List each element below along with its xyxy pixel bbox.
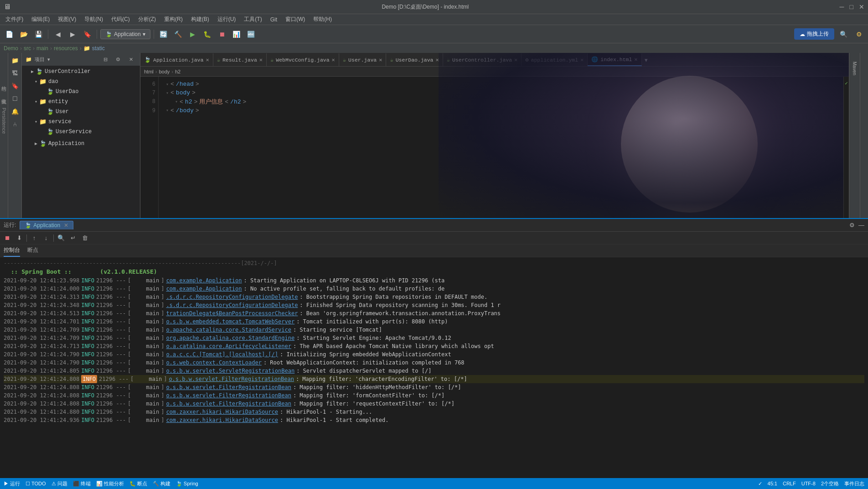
sync-button[interactable]: 🔄 [157,28,170,41]
menu-view[interactable]: 视图(V) [54,15,80,24]
debug-status[interactable]: 🐛 断点 [129,480,147,487]
tab-close-button[interactable]: ✕ [206,57,209,63]
back-button[interactable]: ◀ [52,28,64,41]
stop-button[interactable]: ⏹ [216,28,228,41]
project-view-button[interactable]: 📁 [10,55,21,66]
tree-item-entity[interactable]: ▾ 📁 entity [22,97,140,107]
tab-index-html[interactable]: 🌐 index.html ✕ [588,53,641,66]
tree-item-dao[interactable]: ▾ 📁 dao [22,77,140,87]
menu-analyze[interactable]: 分析(Z) [134,15,160,24]
fold-button[interactable]: ▾ [175,99,178,106]
fold-button[interactable]: ▾ [166,90,169,97]
tab-close-button[interactable]: ✕ [634,56,637,63]
maven-button[interactable]: Maven [851,55,859,82]
menu-build[interactable]: 构建(B) [187,15,213,24]
tree-item-user-controller[interactable]: ▶ 🍃 UserController [22,67,140,77]
editor-breadcrumb-body[interactable]: body [159,69,170,74]
todo-status[interactable]: ☐ TODO [26,481,46,487]
problems-status[interactable]: ⚠ 问题 [52,480,67,487]
tab-scroll-right[interactable]: ▾ [642,53,651,66]
console-tab-breakpoints[interactable]: 断点 [27,244,38,257]
menu-navigate[interactable]: 导航(N) [81,15,107,24]
forward-button[interactable]: ▶ [66,28,79,41]
search-button[interactable]: 🔍 [837,28,850,41]
menu-code[interactable]: 代码(C) [108,15,134,24]
bookmarks-button[interactable]: 🔖 [10,80,21,91]
position-status[interactable]: 45:1 [768,481,777,486]
fold-button[interactable]: ▾ [166,81,169,88]
tab-close-button[interactable]: ✕ [436,57,439,63]
collapse-run-button[interactable]: — [858,222,864,229]
menu-refactor[interactable]: 重构(R) [160,15,186,24]
scroll-end-button[interactable]: ⬇ [14,233,25,244]
tree-item-user-service[interactable]: 🍃 UserService [22,127,140,137]
left-panel-structure[interactable]: 结构 [0,80,8,84]
code-editor[interactable]: 6 7 8 9 ▾ </head> ▾ <body> ▾ [140,77,849,218]
breadcrumb-src[interactable]: src [24,45,31,52]
line-ending-status[interactable]: CRLF [783,481,796,486]
scroll-up-button[interactable]: ↑ [29,233,40,244]
open-button[interactable]: 📂 [17,28,30,41]
menu-file[interactable]: 文件(F) [2,15,27,24]
spring-status[interactable]: 🍃 Spring [176,481,198,487]
bookmark-button[interactable]: 🔖 [81,28,93,41]
tab-close-button[interactable]: ✕ [379,57,382,63]
left-panel-persistence[interactable]: Persistence [0,106,8,135]
close-button[interactable]: ✕ [859,3,864,10]
menu-edit[interactable]: 编辑(E) [28,15,53,24]
tab-application-yml[interactable]: ⚙ application.yml ✕ [522,53,588,66]
file-tree-dropdown-icon[interactable]: ▾ [47,57,50,62]
breadcrumb-demo[interactable]: Demo [4,45,18,52]
editor-breadcrumb-html[interactable]: html [144,69,154,74]
minimize-button[interactable]: ─ [840,3,844,10]
run-status[interactable]: ▶ 运行 [4,480,20,487]
wrap-button[interactable]: ↵ [67,233,78,244]
save-all-button[interactable]: 💾 [32,28,45,41]
tree-item-application[interactable]: ▶ 🍃 Application [22,139,140,149]
git-button[interactable]: ⑃ [10,119,21,130]
settings-run-button[interactable]: ⚙ [849,222,855,229]
tab-close-button[interactable]: ✕ [514,57,517,63]
coverage-button[interactable]: 📊 [230,28,243,41]
run-button[interactable]: ▶ [186,28,199,41]
scroll-down-button[interactable]: ↓ [41,233,52,244]
tab-user-controller[interactable]: ☕ UserController.java ✕ [443,53,522,66]
tab-close-button[interactable]: ✕ [580,57,584,63]
menu-run[interactable]: 运行(U) [214,15,240,24]
build-status[interactable]: 🔨 构建 [153,480,170,487]
cloud-upload-button[interactable]: ☁ 拖拽上传 [794,28,834,40]
menu-window[interactable]: 窗口(W) [282,15,309,24]
profiler-status[interactable]: 📊 性能分析 [96,480,124,487]
fold-button[interactable]: ▾ [166,107,169,114]
breadcrumb-main[interactable]: main [36,45,48,52]
menu-tools[interactable]: 工具(T) [240,15,265,24]
tab-user-dao[interactable]: ☕ UserDao.java ✕ [386,53,443,66]
build-project-button[interactable]: 🔨 [172,28,185,41]
stop-run-button[interactable]: ⏹ [2,233,13,244]
breadcrumb-static[interactable]: static [92,45,105,52]
close-tree-button[interactable]: ✕ [125,54,136,65]
console-tab-console[interactable]: 控制台 [4,244,20,257]
filter-button[interactable]: 🔍 [56,233,67,244]
debug-button[interactable]: 🐛 [201,28,214,41]
tab-webmvc-java[interactable]: ☕ WebMvcConfig.java ✕ [267,53,339,66]
tab-result-java[interactable]: ☕ Result.java ✕ [213,53,267,66]
tab-application-java[interactable]: 🍃 Application.java ✕ [140,53,213,66]
collapse-all-button[interactable]: ⊟ [100,54,111,65]
left-panel-favorites[interactable]: 收藏夹 [0,93,8,97]
clear-console-button[interactable]: 🗑 [79,233,90,244]
indent-status[interactable]: 2个空格 [821,480,839,487]
menu-git[interactable]: Git [267,16,281,24]
new-file-button[interactable]: 📄 [3,28,16,41]
menu-help[interactable]: 帮助(H) [310,15,336,24]
encoding-status[interactable]: UTF-8 [801,481,816,486]
notifications-button[interactable]: 🔔 [10,106,21,117]
code-content[interactable]: ▾ </head> ▾ <body> ▾ <h2>用户信息</h2> ▾ </b… [159,77,843,218]
run-config-button[interactable]: 🍃 Application ▾ [100,29,150,39]
tree-item-service[interactable]: ▾ 📁 service [22,117,140,127]
terminal-status[interactable]: ⬛ 终端 [73,480,91,487]
tab-user-java[interactable]: ☕ User.java ✕ [339,53,387,66]
tab-close-button[interactable]: ✕ [332,57,335,63]
run-tab-close[interactable]: ✕ [64,222,68,229]
todo-button[interactable]: ☐ [10,93,21,104]
